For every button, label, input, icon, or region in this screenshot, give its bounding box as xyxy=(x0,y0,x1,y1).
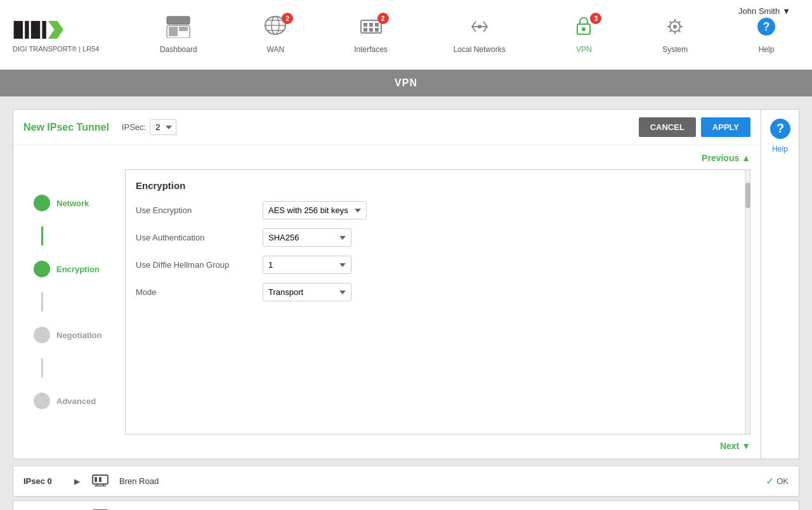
svg-rect-1 xyxy=(25,21,29,39)
interfaces-badge: 2 xyxy=(377,13,389,24)
help-panel-icon: ? xyxy=(769,117,792,145)
svg-rect-7 xyxy=(169,27,178,36)
svg-text:?: ? xyxy=(776,121,783,135)
cancel-button[interactable]: CANCEL xyxy=(639,117,696,137)
ipsec-0-name: Bren Road xyxy=(119,476,759,486)
main-nav: Dashboard 2 WAN xyxy=(127,0,812,69)
interfaces-label: Interfaces xyxy=(354,45,388,54)
svg-rect-17 xyxy=(375,23,379,27)
top-bar: DIGI TRANSPORT® | LR54 Dashboard xyxy=(0,0,812,70)
ipsec-0-status-text: OK xyxy=(776,476,789,486)
vpn-label: VPN xyxy=(576,45,592,54)
step-label-network: Network xyxy=(56,199,89,208)
next-button[interactable]: Next ▼ xyxy=(720,441,750,451)
step-connector-2 xyxy=(41,292,43,311)
ipsec-0-status: ✓ OK xyxy=(766,475,789,487)
encryption-select[interactable]: AES with 256 bit keys AES with 128 bit k… xyxy=(263,201,367,219)
mode-select[interactable]: Transport Tunnel xyxy=(263,283,351,301)
page-title: VPN xyxy=(395,77,417,88)
scrollbar[interactable] xyxy=(745,170,750,434)
form-area: New IPsec Tunnel IPSec: 2 CANCEL APPLY xyxy=(13,110,761,459)
ipsec-0-id: IPsec 0 xyxy=(23,476,68,486)
svg-marker-4 xyxy=(48,21,63,39)
nav-item-help[interactable]: ? Help xyxy=(744,9,789,60)
wizard-step-encryption[interactable]: Encryption xyxy=(23,245,125,292)
nav-item-system[interactable]: System xyxy=(653,9,697,60)
svg-rect-5 xyxy=(167,16,190,24)
user-name: John Smith xyxy=(738,6,780,16)
page-title-bar: VPN xyxy=(0,70,812,96)
vpn-icon: 3 xyxy=(571,15,596,43)
nav-item-wan[interactable]: 2 WAN xyxy=(253,9,298,60)
wizard-steps: Network Encryption xyxy=(23,169,125,435)
ipsec-0-checkmark: ✓ xyxy=(766,475,774,487)
svg-line-31 xyxy=(670,22,672,23)
wizard-area: Network Encryption xyxy=(23,169,750,435)
digi-logo-svg xyxy=(13,17,63,43)
card-body: New IPsec Tunnel IPSec: 2 CANCEL APPLY xyxy=(13,110,799,459)
wan-badge: 2 xyxy=(282,13,293,24)
svg-point-24 xyxy=(582,27,586,31)
next-icon: ▼ xyxy=(742,441,750,451)
ipsec-list-item-1: IPsec 1 ▶ Logrono ✓ OK xyxy=(13,500,799,510)
encryption-field-label: Use Encryption xyxy=(136,206,263,215)
ipsec-1-device-icon xyxy=(91,507,109,510)
local-networks-icon xyxy=(467,15,492,43)
interfaces-icon: 2 xyxy=(358,15,384,43)
system-label: System xyxy=(662,45,688,54)
form-title: New IPsec Tunnel xyxy=(23,122,109,133)
help-icon: ? xyxy=(754,15,779,43)
form-row-authentication: Use Authentication SHA256 SHA1 MD5 None xyxy=(136,228,740,247)
previous-label: Previous xyxy=(702,153,739,163)
step-connector-3 xyxy=(41,358,43,377)
dh-group-select[interactable]: 1 2 5 14 xyxy=(263,256,351,274)
authentication-select[interactable]: SHA256 SHA1 MD5 None xyxy=(263,228,351,247)
form-body: Previous ▲ Network xyxy=(13,145,761,459)
dh-group-field-label: Use Diffie Hellman Group xyxy=(136,260,263,270)
nav-item-vpn[interactable]: 3 VPN xyxy=(561,9,606,60)
step-label-negotiation: Negotiation xyxy=(56,330,102,340)
user-menu[interactable]: John Smith ▼ xyxy=(726,6,806,16)
svg-rect-19 xyxy=(369,28,373,32)
step-circle-encryption xyxy=(34,261,50,277)
nav-item-interfaces[interactable]: 2 Interfaces xyxy=(344,9,397,60)
wizard-step-advanced[interactable]: Advanced xyxy=(23,377,125,424)
authentication-field-label: Use Authentication xyxy=(136,233,263,242)
help-panel-label: Help xyxy=(772,145,788,154)
step-connector-1 xyxy=(41,226,43,245)
wan-icon: 2 xyxy=(263,15,288,43)
svg-point-22 xyxy=(478,25,481,29)
form-row-mode: Mode Transport Tunnel xyxy=(136,283,740,301)
wizard-step-negotiation[interactable]: Negotiation xyxy=(23,311,125,358)
svg-rect-8 xyxy=(179,27,188,31)
logo-subtitle: DIGI TRANSPORT® | LR54 xyxy=(13,45,99,53)
vpn-badge: 3 xyxy=(590,13,601,24)
ipsec-0-expand[interactable]: ▶ xyxy=(74,477,80,486)
svg-rect-41 xyxy=(99,477,102,482)
step-circle-advanced xyxy=(34,393,50,409)
prev-nav: Previous ▲ xyxy=(23,153,750,163)
next-nav: Next ▼ xyxy=(23,441,750,451)
mode-field-label: Mode xyxy=(136,287,263,297)
svg-line-32 xyxy=(679,30,681,32)
ipsec-label: IPSec: xyxy=(122,122,146,132)
ipsec-list: IPsec 0 ▶ Bren Road ✓ OK IPsec 1 xyxy=(13,466,799,510)
help-panel[interactable]: ? Help xyxy=(761,110,799,459)
local-networks-label: Local Networks xyxy=(454,45,506,54)
step-circle-network xyxy=(34,195,50,211)
step-label-advanced: Advanced xyxy=(56,396,96,406)
ipsec-0-device-icon xyxy=(91,473,109,490)
ipsec-select[interactable]: 2 xyxy=(150,119,176,135)
next-label: Next xyxy=(720,441,739,451)
action-buttons: CANCEL APPLY xyxy=(639,117,750,137)
dashboard-icon xyxy=(166,15,191,43)
svg-rect-40 xyxy=(95,477,97,482)
help-label: Help xyxy=(759,45,775,54)
nav-item-dashboard[interactable]: Dashboard xyxy=(150,9,207,60)
apply-button[interactable]: APPLY xyxy=(701,117,750,137)
wizard-step-network[interactable]: Network xyxy=(23,180,125,226)
previous-button[interactable]: Previous ▲ xyxy=(702,153,750,163)
svg-rect-16 xyxy=(369,23,373,27)
wan-label: WAN xyxy=(267,45,285,54)
nav-item-local-networks[interactable]: Local Networks xyxy=(444,9,515,60)
